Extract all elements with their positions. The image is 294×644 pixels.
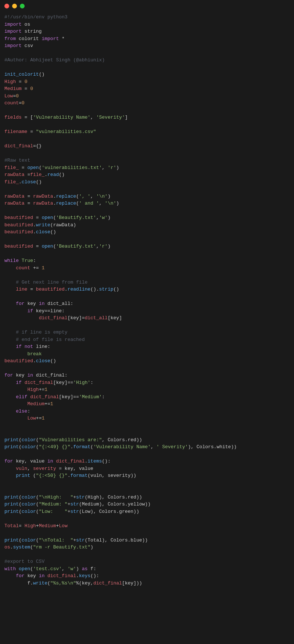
code-line: for key in dict_final.keys(): — [4, 572, 290, 580]
code-line: Low+=1 — [4, 415, 290, 422]
empty-line — [4, 551, 290, 558]
empty-line — [4, 479, 290, 487]
empty-line — [4, 186, 290, 193]
empty-line — [4, 107, 290, 114]
empty-line — [4, 365, 290, 372]
code-line: with open('test.csv', 'w') as f: — [4, 565, 290, 573]
minimize-button[interactable] — [12, 4, 17, 8]
code-line: filename = "vulnerabilities.csv" — [4, 128, 290, 136]
code-line: dict_final[key]=dict_all[key] — [4, 314, 290, 322]
code-line: dict_final={} — [4, 143, 290, 150]
code-line: file_ = open('vulnerabilities.txt', 'r') — [4, 164, 290, 172]
code-line: count=0 — [4, 100, 290, 107]
code-line: beautified.close() — [4, 229, 290, 236]
empty-line — [4, 150, 290, 157]
empty-line — [4, 207, 290, 215]
empty-line — [4, 322, 290, 329]
code-line: import csv — [4, 42, 290, 50]
empty-line — [4, 271, 290, 279]
empty-line — [4, 451, 290, 458]
code-line: rawData = rawData.replace(' and ', '\n') — [4, 200, 290, 207]
code-area: #!/usr/bin/env python3 import os import … — [0, 12, 294, 594]
code-line: Medium = 0 — [4, 85, 290, 93]
empty-line — [4, 515, 290, 522]
code-line: break — [4, 350, 290, 358]
empty-line — [4, 293, 290, 301]
code-line: while True: — [4, 257, 290, 265]
code-line: rawData =file_.read() — [4, 171, 290, 179]
empty-line — [4, 429, 290, 436]
code-line: for key in dict_final: — [4, 372, 290, 379]
code-line: print ("{:<50} {}".format(vuln, severity… — [4, 472, 290, 479]
empty-line — [4, 121, 290, 129]
close-button[interactable] — [4, 4, 9, 8]
code-line: f.write("%s,%s\n"%(key,dict_final[key])) — [4, 580, 290, 587]
title-bar — [0, 0, 294, 12]
code-line: init_colorit() — [4, 71, 290, 78]
code-line: for key, value in dict_final.items(): — [4, 458, 290, 465]
code-line: Total= High+Medium+Low — [4, 522, 290, 530]
code-line: print(color("{:<49} {}".format('Vulnerab… — [4, 443, 290, 451]
window: #!/usr/bin/env python3 import os import … — [0, 0, 294, 644]
code-line: # if line is empty — [4, 329, 290, 336]
code-line: beautified.write(rawData) — [4, 222, 290, 229]
code-line: rawData = rawData.replace(', ', '\n') — [4, 193, 290, 200]
code-line: print(color("Low: "+str(Low), Colors.gre… — [4, 508, 290, 515]
code-line: print(color("Vulnerabilities are:", Colo… — [4, 436, 290, 444]
empty-line — [4, 486, 290, 494]
code-line: file_.close() — [4, 179, 290, 186]
code-line: if not line: — [4, 343, 290, 350]
code-line: # end of file is reached — [4, 336, 290, 343]
code-line: beautified = open('Beautify.txt','r') — [4, 243, 290, 250]
code-line: High = 0 — [4, 78, 290, 86]
empty-line — [4, 136, 290, 143]
code-line: Medium+=1 — [4, 400, 290, 408]
code-line: import string — [4, 28, 290, 35]
code-line: #!/usr/bin/env python3 — [4, 14, 290, 21]
code-line: if dict_final[key]=='High': — [4, 379, 290, 386]
code-line: count += 1 — [4, 265, 290, 272]
code-line: import os — [4, 21, 290, 28]
code-line: elif dict_final[key]=='Medium': — [4, 393, 290, 401]
empty-line — [4, 64, 290, 71]
empty-line — [4, 236, 290, 243]
code-line: from colorit import * — [4, 35, 290, 43]
code-line: beautified = open('Beautify.txt','w') — [4, 214, 290, 222]
code-line: #export to CSV — [4, 558, 290, 565]
empty-line — [4, 529, 290, 537]
code-line: #Author: Abhijeet Singh (@abhiunix) — [4, 57, 290, 64]
code-line: else: — [4, 408, 290, 415]
code-line: beautified.close() — [4, 357, 290, 365]
empty-line — [4, 422, 290, 429]
code-line: Low=0 — [4, 93, 290, 100]
code-line: High+=1 — [4, 386, 290, 393]
maximize-button[interactable] — [20, 4, 25, 8]
code-line: print(color("\nHigh: "+str(High), Colors… — [4, 494, 290, 501]
code-line: print(color("Medium: "+str(Medium), Colo… — [4, 501, 290, 508]
code-line: print(color("\nTotal: "+str(Total), Colo… — [4, 537, 290, 544]
empty-line — [4, 250, 290, 258]
code-line: for key in dict_all: — [4, 300, 290, 307]
code-line: os.system("rm -r Beautify.txt") — [4, 544, 290, 551]
code-line: if key==line: — [4, 307, 290, 315]
code-line: vuln, severity = key, value — [4, 465, 290, 472]
code-line: fields = ['Vulnerability Name', 'Severit… — [4, 114, 290, 121]
empty-line — [4, 50, 290, 57]
code-line: # Get next line from file — [4, 279, 290, 286]
code-line: #Raw text — [4, 157, 290, 164]
code-line: line = beautified.readline().strip() — [4, 286, 290, 293]
